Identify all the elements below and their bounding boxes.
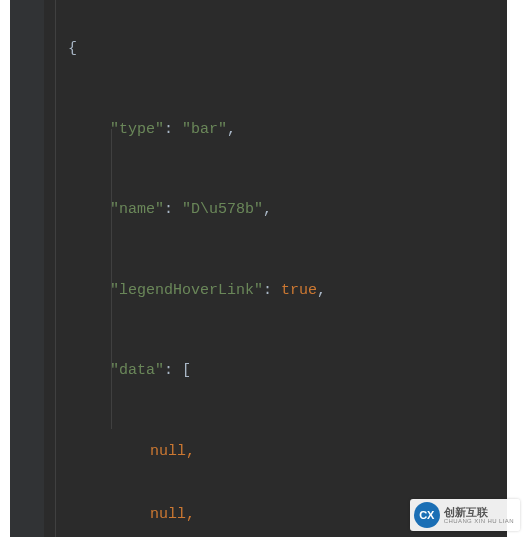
code-editor: { "type": "bar", "name": "D\u578b", "leg… (10, 0, 507, 537)
watermark: CX 创新互联 CHUANG XIN HU LIAN (410, 499, 520, 531)
code-line: "type": "bar", (10, 115, 507, 145)
code-line: "legendHoverLink": true, (10, 276, 507, 306)
watermark-brand-en: CHUANG XIN HU LIAN (444, 518, 514, 524)
brace-open: { (68, 40, 77, 57)
watermark-logo-icon: CX (414, 502, 440, 528)
code-line: "name": "D\u578b", (10, 195, 507, 225)
code-block: { "type": "bar", "name": "D\u578b", "leg… (10, 0, 507, 537)
watermark-brand-cn: 创新互联 (444, 507, 514, 518)
code-line: "data": [ (10, 356, 507, 386)
code-line: null, (10, 437, 507, 467)
